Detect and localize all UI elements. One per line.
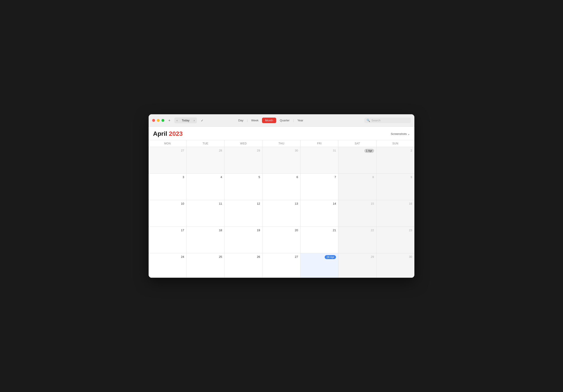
table-row[interactable]: 31 xyxy=(301,147,338,174)
table-row[interactable]: 1 Apr xyxy=(338,147,376,174)
week-row-5: 24 25 26 27 28 Apr 29 30 xyxy=(149,253,414,278)
tab-month[interactable]: Month xyxy=(262,118,276,123)
maximize-button[interactable] xyxy=(161,119,164,122)
date-number: 30 xyxy=(265,149,298,152)
table-row[interactable]: 5 xyxy=(225,174,262,200)
table-row[interactable]: 20 xyxy=(262,227,300,253)
table-row[interactable]: 29 xyxy=(338,253,376,278)
next-button[interactable]: › xyxy=(192,118,196,123)
table-row[interactable]: 30 xyxy=(376,253,414,278)
add-event-button[interactable]: + xyxy=(167,118,172,123)
search-input[interactable] xyxy=(371,119,409,122)
date-number: 22 xyxy=(341,228,374,232)
today-button[interactable]: Today xyxy=(180,118,192,123)
date-number: 30 xyxy=(379,255,412,258)
date-number: 14 xyxy=(303,202,336,205)
tab-day[interactable]: Day xyxy=(235,118,246,123)
table-row[interactable]: 19 xyxy=(225,227,262,253)
header-tue: TUE xyxy=(187,140,224,147)
search-icon: 🔍 xyxy=(367,119,370,122)
table-row[interactable]: 14 xyxy=(301,200,338,227)
tab-quarter[interactable]: Quarter xyxy=(277,118,293,123)
date-number: 3 xyxy=(151,175,184,179)
calendar-area: April 2023 Screenshots ⌄ MON TUE WED THU… xyxy=(149,127,414,278)
date-number: 12 xyxy=(227,202,260,205)
screenshots-button[interactable]: Screenshots ⌄ xyxy=(391,132,410,136)
table-row[interactable]: 16 xyxy=(376,200,414,227)
date-number: 27 xyxy=(151,149,184,152)
date-number: 4 xyxy=(189,175,222,179)
month-title: April 2023 xyxy=(153,130,183,137)
calendar-window: + ‹ Today › ✓ Day | Week Month Quarter |… xyxy=(149,114,414,278)
header-sun: SUN xyxy=(376,140,414,147)
date-number: 8 xyxy=(341,175,374,179)
table-row[interactable]: 24 xyxy=(149,253,187,278)
table-row[interactable]: 10 xyxy=(149,200,187,227)
header-thu: THU xyxy=(262,140,300,147)
table-row[interactable]: 13 xyxy=(262,200,300,227)
table-row[interactable]: 27 xyxy=(149,147,187,174)
table-row[interactable]: 6 xyxy=(262,174,300,200)
selected-date-badge: 28 Apr xyxy=(325,255,336,259)
divider-2: | xyxy=(293,119,294,122)
date-number: 16 xyxy=(379,202,412,205)
header-mon: MON xyxy=(149,140,187,147)
date-number: 5 xyxy=(227,175,260,179)
table-row[interactable]: 23 xyxy=(376,227,414,253)
date-number: 28 xyxy=(189,149,222,152)
table-row[interactable]: 4 xyxy=(187,174,224,200)
table-row[interactable]: 25 xyxy=(187,253,224,278)
minimize-button[interactable] xyxy=(157,119,160,122)
date-number: 6 xyxy=(265,175,298,179)
table-row[interactable]: 22 xyxy=(338,227,376,253)
date-number: 21 xyxy=(303,228,336,232)
tab-week[interactable]: Week xyxy=(248,118,262,123)
date-number: 26 xyxy=(227,255,260,258)
table-row[interactable]: 18 xyxy=(187,227,224,253)
year-number: 2023 xyxy=(169,130,183,137)
traffic-lights xyxy=(152,119,164,122)
table-row[interactable]: 21 xyxy=(301,227,338,253)
table-row[interactable]: 27 xyxy=(262,253,300,278)
table-row[interactable]: 26 xyxy=(225,253,262,278)
date-number: 24 xyxy=(151,255,184,258)
table-row[interactable]: 30 xyxy=(262,147,300,174)
date-number: 17 xyxy=(151,228,184,232)
table-row[interactable]: 8 xyxy=(338,174,376,200)
table-row[interactable]: 9 xyxy=(376,174,414,200)
search-box: 🔍 xyxy=(364,118,411,123)
date-number: 18 xyxy=(189,228,222,232)
tab-year[interactable]: Year xyxy=(294,118,306,123)
week-row-1: 27 28 29 30 31 1 Apr 2 xyxy=(149,147,414,174)
month-name: April xyxy=(153,130,167,137)
close-button[interactable] xyxy=(152,119,155,122)
day-headers: MON TUE WED THU FRI SAT SUN xyxy=(149,140,414,147)
date-number: 29 xyxy=(341,255,374,258)
date-number: 11 xyxy=(189,202,222,205)
table-row[interactable]: 3 xyxy=(149,174,187,200)
table-row[interactable]: 17 xyxy=(149,227,187,253)
divider-1: | xyxy=(247,119,248,122)
table-row[interactable]: 7 xyxy=(301,174,338,200)
table-row[interactable]: 2 xyxy=(376,147,414,174)
week-row-2: 3 4 5 6 7 8 9 xyxy=(149,174,414,200)
table-row[interactable]: 28 xyxy=(187,147,224,174)
prev-button[interactable]: ‹ xyxy=(175,118,179,123)
date-number: 31 xyxy=(303,149,336,152)
table-row[interactable]: 15 xyxy=(338,200,376,227)
date-number: 27 xyxy=(265,255,298,258)
table-row[interactable]: 29 xyxy=(225,147,262,174)
week-row-3: 10 11 12 13 14 15 16 xyxy=(149,200,414,227)
calendar-header: April 2023 Screenshots ⌄ xyxy=(149,127,414,140)
view-tabs: Day | Week Month Quarter | Year xyxy=(235,118,306,123)
header-wed: WED xyxy=(225,140,262,147)
header-fri: FRI xyxy=(301,140,338,147)
week-row-4: 17 18 19 20 21 22 23 xyxy=(149,227,414,253)
table-row[interactable]: 11 xyxy=(187,200,224,227)
date-number: 2 xyxy=(379,149,412,152)
table-row[interactable]: 28 Apr xyxy=(301,253,338,278)
header-sat: SAT xyxy=(338,140,376,147)
titlebar: + ‹ Today › ✓ Day | Week Month Quarter |… xyxy=(149,114,414,127)
check-button[interactable]: ✓ xyxy=(200,118,205,123)
table-row[interactable]: 12 xyxy=(225,200,262,227)
